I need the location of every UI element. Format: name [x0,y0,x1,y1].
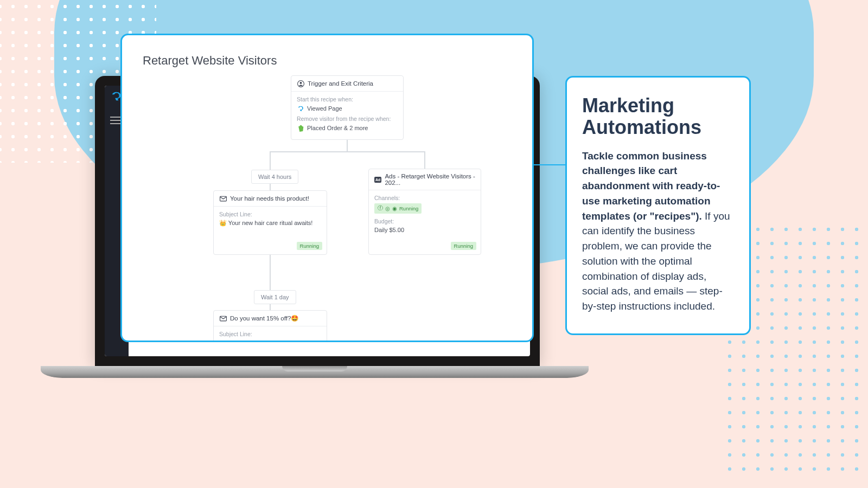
info-title: Marketing Automations [582,95,734,139]
flow-line [270,151,425,152]
svg-point-1 [299,81,302,84]
channels-label: Channels: [374,195,475,201]
workflow-canvas: Trigger and Exit Criteria Start this rec… [143,75,512,342]
budget-label: Budget: [374,218,475,224]
email1-header: Your hair needs this product! [214,191,327,207]
email2-title: Do you want 15% off?🤩 [230,314,298,322]
email2-header: Do you want 15% off?🤩 [214,311,327,326]
start-label: Start this recipe when: [297,96,398,102]
email1-subject-label: Subject Line: [219,211,321,217]
laptop-notch [282,366,347,371]
info-bold-text: Tackle common business challenges like c… [582,150,720,222]
running-badge: Running [297,242,322,250]
envelope-icon [219,314,227,322]
trigger-node[interactable]: Trigger and Exit Criteria Start this rec… [291,75,404,140]
start-value: Viewed Page [307,105,342,112]
instagram-icon: ◎ [385,206,390,211]
exit-row: Placed Order & 2 more [297,124,398,132]
email1-body: Subject Line: 👑 Your new hair care ritua… [214,207,327,242]
trigger-header: Trigger and Exit Criteria [291,76,403,92]
trigger-title: Trigger and Exit Criteria [308,80,373,87]
running-badge: Running [451,242,476,250]
email2-body: Subject Line: [214,326,327,342]
envelope-icon [219,195,227,202]
info-card: Marketing Automations Tackle common busi… [565,76,751,335]
springbot-icon [297,105,304,112]
wait-node-1[interactable]: Wait 4 hours [251,170,298,184]
flow-line [270,250,271,291]
connector-line [534,164,565,165]
ads-header: Ad Ads - Retarget Website Visitors - 202… [369,169,481,190]
budget-value: Daily $5.00 [374,227,475,233]
exit-value: Placed Order & 2 more [307,125,368,131]
email-node-1[interactable]: Your hair needs this product! Subject Li… [213,190,327,255]
channels-status: Running [399,206,418,211]
email-node-2[interactable]: Do you want 15% off?🤩 Subject Line: [213,310,327,342]
ads-status-row: Running [369,242,481,254]
ads-node[interactable]: Ad Ads - Retarget Website Visitors - 202… [368,169,481,255]
exit-label: Remove visitor from the recipe when: [297,115,398,122]
info-rest-text: If you can identify the business problem… [582,210,730,312]
workflow-title: Retarget Website Visitors [143,54,512,68]
shopify-icon [297,124,304,132]
email1-subject: 👑 Your new hair care ritual awaits! [219,220,321,227]
flow-line [270,151,271,170]
workflow-popup: Retarget Website Visitors Trigger and Ex… [120,34,534,342]
facebook-icon: ⓕ [378,205,383,212]
channels-row: ⓕ ◎ ◉ Running [374,203,475,214]
info-body: Tackle common business challenges like c… [582,149,734,314]
email1-title: Your hair needs this product! [230,195,309,202]
laptop-base [41,366,589,378]
email2-subject-label: Subject Line: [219,331,321,337]
ads-body: Channels: ⓕ ◎ ◉ Running Budget: Daily $5… [369,190,481,242]
ads-title: Ads - Retarget Website Visitors - 202... [385,173,475,186]
flow-line [424,151,425,169]
target-icon: ◉ [392,206,397,211]
channels-badge: ⓕ ◎ ◉ Running [374,203,422,214]
start-row: Viewed Page [297,105,398,112]
trigger-body: Start this recipe when: Viewed Page Remo… [291,92,403,139]
wait-node-2[interactable]: Wait 1 day [254,290,296,304]
ad-icon: Ad [374,177,381,183]
email1-status-row: Running [214,242,327,254]
user-circle-icon [297,80,304,87]
